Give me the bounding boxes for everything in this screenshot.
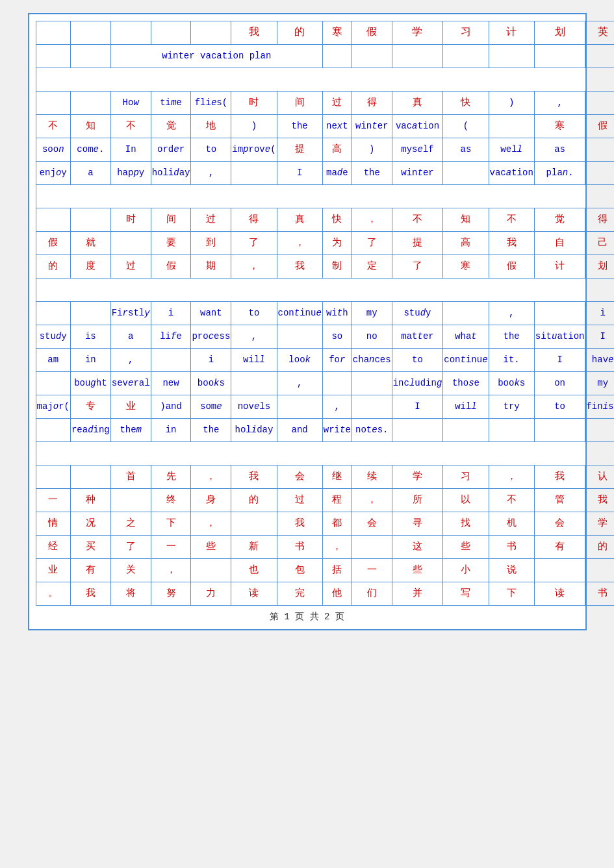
en-row-study: study is a life process , so no matter w… (36, 325, 614, 349)
cn-row-yizhong: 一 种 终 身 的 过 程 ， 所 以 不 管 我 处 在 那 种 (36, 489, 614, 512)
content-table: 我 的 寒 假 学 习 计 划 英 语 winter vacation plan (36, 21, 615, 606)
page-footer: 第 1 页 共 2 页 (36, 611, 579, 623)
cn-row-2: 假 就 要 到 了 ， 为 了 提 高 我 自 己 同 时 快 乐 (36, 232, 614, 255)
title-row: 我 的 寒 假 学 习 计 划 英 语 (36, 21, 614, 45)
empty-row-1 (36, 68, 614, 92)
text-row-4: enjoy a happy holiday , I made the winte… (36, 162, 614, 185)
en-row-reading: reading them in the holiday and write no… (36, 419, 614, 442)
page-container: 我 的 寒 假 学 习 计 划 英 语 winter vacation plan (28, 13, 587, 630)
text-row-1: How time flies( 时 间 过 得 真 快 ) , unconsci… (36, 92, 614, 115)
subtitle-row: winter vacation plan (36, 45, 614, 68)
text-row-2: 不 知 不 觉 地 ) the next winter vacation ( 寒… (36, 115, 614, 138)
empty-row-2 (36, 185, 614, 208)
en-row-bought: bought several new books , including tho… (36, 372, 614, 395)
en-row-major: major( 专 业 )and some novels , I will try… (36, 395, 614, 419)
en-row-amin: am in , i will look for chances to conti… (36, 349, 614, 372)
cn-row-shouxian: 首 先 ， 我 会 继 续 学 习 ， 我 认 为 学 习 是 (36, 465, 614, 489)
empty-row-3 (36, 279, 614, 302)
cn-row-1: 时 间 过 得 真 快 ， 不 知 不 觉 得 下 一 个 寒 (36, 208, 614, 232)
cn-row-qingkuang: 情 况 之 下 ， 我 都 会 寻 找 机 会 学 习 。 我 已 (36, 512, 614, 536)
text-row-3: soon come. In order to improve( 提 高 ) my… (36, 138, 614, 162)
empty-row-4 (36, 442, 614, 465)
en-row-firstly: Firstly i want to continue with my study… (36, 302, 614, 325)
cn-row-yeyouguan: 业 有 关 ， 也 包 括 一 些 小 说 (36, 559, 614, 582)
cn-row-wojiangnuli: 。 我 将 努 力 读 完 他 们 并 写 下 读 书 笔 记 。 (36, 582, 614, 606)
cn-row-jingmai: 经 买 了 一 些 新 书 ， 这 些 书 有 的 跟 我 的 专 (36, 536, 614, 559)
cn-row-3: 的 度 过 假 期 ， 我 制 定 了 寒 假 计 划 。 (36, 255, 614, 279)
